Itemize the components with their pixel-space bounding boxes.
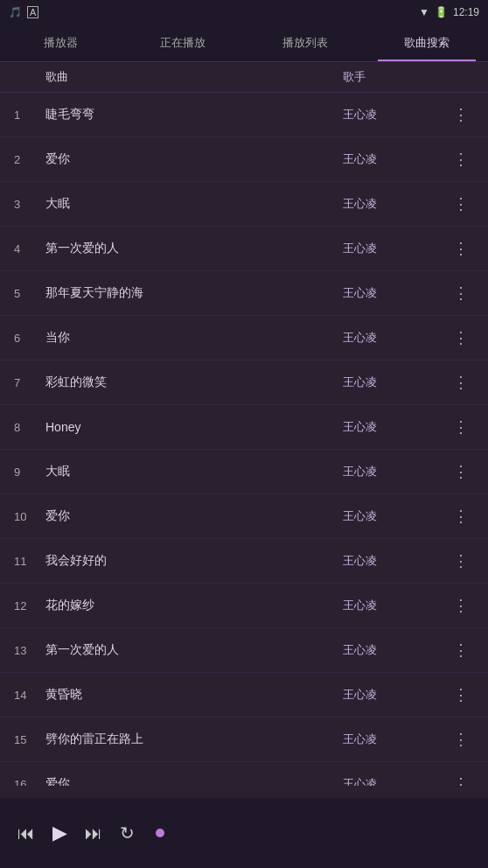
table-row[interactable]: 5 那年夏天宁静的海 王心凌 ⋮ [0, 271, 488, 316]
song-title: 当你 [45, 330, 343, 346]
play-button[interactable]: ▶ [52, 822, 67, 844]
song-list: 1 睫毛弯弯 王心凌 ⋮ 2 爱你 王心凌 ⋮ 3 大眠 王心凌 ⋮ 4 第一次… [0, 93, 488, 786]
more-options-icon[interactable]: ⋮ [448, 730, 474, 749]
song-artist: 王心凌 [343, 196, 448, 212]
song-artist: 王心凌 [343, 776, 448, 786]
song-artist: 王心凌 [343, 553, 448, 569]
song-num: 10 [14, 510, 45, 523]
song-num: 16 [14, 778, 45, 787]
table-row[interactable]: 13 第一次爱的人 王心凌 ⋮ [0, 628, 488, 673]
more-options-icon[interactable]: ⋮ [448, 640, 474, 660]
song-artist: 王心凌 [343, 419, 448, 435]
song-artist: 王心凌 [343, 107, 448, 122]
song-artist: 王心凌 [343, 374, 448, 390]
song-num: 9 [14, 466, 45, 479]
song-num: 7 [14, 376, 45, 389]
table-row[interactable]: 16 爱你 王心凌 ⋮ [0, 762, 488, 786]
a-icon: A [27, 6, 38, 18]
song-title: 彩虹的微笑 [45, 374, 343, 390]
song-title: Honey [45, 420, 343, 434]
song-num: 1 [14, 108, 45, 122]
header-artist: 歌手 [343, 69, 448, 85]
app-icon: 🎵 [9, 6, 22, 18]
song-artist: 王心凌 [343, 508, 448, 524]
table-row[interactable]: 14 黄昏晓 王心凌 ⋮ [0, 673, 488, 718]
table-row[interactable]: 15 劈你的雷正在路上 王心凌 ⋮ [0, 718, 488, 762]
more-options-icon[interactable]: ⋮ [448, 194, 474, 214]
battery-icon: 🔋 [435, 6, 448, 18]
song-title: 黄昏晓 [45, 687, 343, 703]
song-artist: 王心凌 [343, 732, 448, 747]
more-options-icon[interactable]: ⋮ [448, 105, 474, 124]
tab-playlist[interactable]: 播放列表 [244, 24, 366, 61]
table-row[interactable]: 12 花的嫁纱 王心凌 ⋮ [0, 584, 488, 628]
table-row[interactable]: 9 大眠 王心凌 ⋮ [0, 450, 488, 494]
more-options-icon[interactable]: ⋮ [448, 373, 474, 392]
tab-nowplaying[interactable]: 正在播放 [122, 24, 245, 61]
table-row[interactable]: 8 Honey 王心凌 ⋮ [0, 405, 488, 450]
table-row[interactable]: 7 彩虹的微笑 王心凌 ⋮ [0, 360, 488, 405]
song-title: 劈你的雷正在路上 [45, 732, 343, 747]
song-artist: 王心凌 [343, 241, 448, 256]
more-options-icon[interactable]: ⋮ [448, 239, 474, 258]
song-num: 8 [14, 421, 45, 434]
table-row[interactable]: 6 当你 王心凌 ⋮ [0, 316, 488, 360]
more-options-icon[interactable]: ⋮ [448, 462, 474, 481]
song-num: 6 [14, 332, 45, 345]
more-options-icon[interactable]: ⋮ [448, 774, 474, 786]
tab-player[interactable]: 播放器 [0, 24, 122, 61]
status-bar: 🎵 A ▼ 🔋 12:19 [0, 0, 488, 24]
song-title: 花的嫁纱 [45, 598, 343, 613]
table-row[interactable]: 3 大眠 王心凌 ⋮ [0, 182, 488, 227]
song-title: 爱你 [45, 508, 343, 524]
song-num: 11 [14, 555, 45, 568]
song-title: 我会好好的 [45, 553, 343, 569]
next-button[interactable]: ⏭ [85, 823, 102, 844]
song-num: 15 [14, 733, 45, 746]
table-row[interactable]: 10 爱你 王心凌 ⋮ [0, 494, 488, 539]
more-options-icon[interactable]: ⋮ [448, 551, 474, 570]
table-row[interactable]: 4 第一次爱的人 王心凌 ⋮ [0, 227, 488, 271]
song-title: 大眠 [45, 464, 343, 480]
song-title: 大眠 [45, 196, 343, 212]
more-options-icon[interactable]: ⋮ [448, 150, 474, 169]
more-options-icon[interactable]: ⋮ [448, 417, 474, 437]
song-num: 2 [14, 153, 45, 166]
table-row[interactable]: 2 爱你 王心凌 ⋮ [0, 137, 488, 182]
song-artist: 王心凌 [343, 285, 448, 301]
more-options-icon[interactable]: ⋮ [448, 507, 474, 526]
song-artist: 王心凌 [343, 151, 448, 167]
song-num: 5 [14, 287, 45, 300]
song-title: 那年夏天宁静的海 [45, 285, 343, 301]
song-title: 第一次爱的人 [45, 241, 343, 256]
status-left: 🎵 A [9, 6, 38, 18]
tab-bar: 播放器 正在播放 播放列表 歌曲搜索 [0, 24, 488, 62]
header-num [14, 69, 45, 85]
repeat-button[interactable]: ↻ [120, 822, 135, 844]
song-title: 睫毛弯弯 [45, 107, 343, 122]
song-title: 爱你 [45, 776, 343, 786]
more-options-icon[interactable]: ⋮ [448, 596, 474, 615]
table-row[interactable]: 11 我会好好的 王心凌 ⋮ [0, 539, 488, 584]
song-num: 12 [14, 599, 45, 612]
more-options-icon[interactable]: ⋮ [448, 328, 474, 347]
song-artist: 王心凌 [343, 464, 448, 480]
header-menu [448, 69, 474, 85]
song-num: 14 [14, 689, 45, 702]
more-options-icon[interactable]: ⋮ [448, 284, 474, 303]
status-right: ▼ 🔋 12:19 [419, 6, 479, 18]
progress-dot [156, 829, 164, 837]
more-options-icon[interactable]: ⋮ [448, 685, 474, 704]
header-song: 歌曲 [45, 69, 343, 85]
song-num: 3 [14, 198, 45, 211]
prev-button[interactable]: ⏮ [17, 823, 35, 844]
wifi-icon: ▼ [419, 6, 429, 18]
song-num: 13 [14, 644, 45, 657]
song-title: 第一次爱的人 [45, 642, 343, 658]
table-row[interactable]: 1 睫毛弯弯 王心凌 ⋮ [0, 93, 488, 137]
song-title: 爱你 [45, 151, 343, 167]
song-artist: 王心凌 [343, 330, 448, 346]
tab-search[interactable]: 歌曲搜索 [366, 24, 489, 61]
player-bar: ⏮ ▶ ⏭ ↻ [0, 798, 488, 868]
clock: 12:19 [453, 6, 479, 18]
